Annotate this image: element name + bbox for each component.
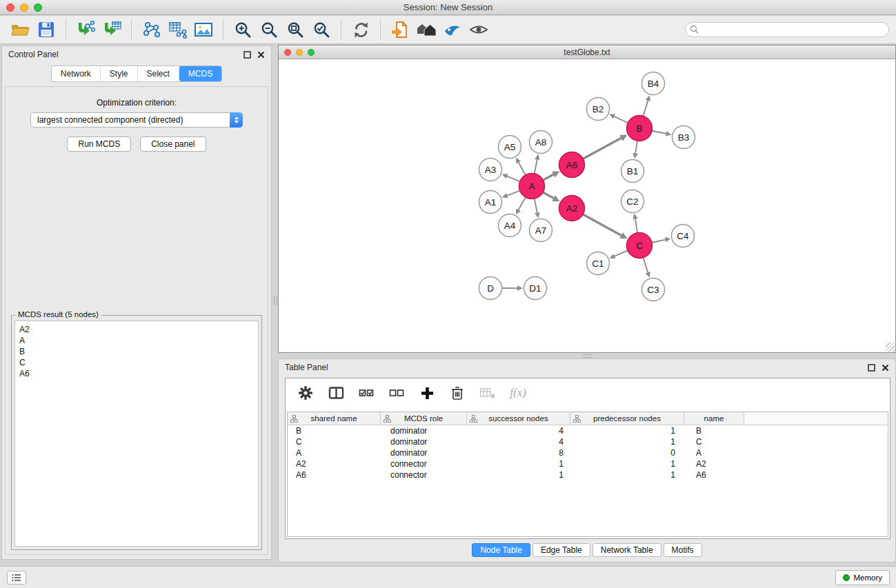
zoom-fit-button[interactable] [282, 18, 308, 41]
close-network-window-button[interactable] [284, 49, 291, 56]
table-row[interactable]: A dominator 8 0 A [288, 447, 888, 458]
cell-name[interactable]: C [684, 437, 744, 447]
table-settings-button[interactable] [294, 382, 317, 404]
toggle-column-view-button[interactable] [324, 382, 348, 404]
tab-node-table[interactable]: Node Table [472, 543, 530, 557]
mcds-result-item[interactable]: A6 [19, 368, 254, 379]
graph-edge-B-B1[interactable] [635, 141, 637, 153]
create-column-button[interactable] [415, 382, 439, 404]
graph-edge-A6-B[interactable] [583, 138, 621, 159]
session-snapshot-button[interactable] [387, 18, 413, 41]
cell-shared-name[interactable]: A2 [288, 459, 381, 469]
cell-shared-name[interactable]: B [288, 426, 381, 436]
function-builder-button[interactable]: f(x) [506, 382, 530, 404]
cell-shared-name[interactable]: C [288, 437, 381, 447]
vertical-splitter-handle[interactable] [274, 296, 277, 305]
column-header-successor-nodes[interactable]: successor nodes [467, 412, 570, 425]
cell-predecessor-nodes[interactable]: 0 [570, 448, 684, 458]
cell-successor-nodes[interactable]: 8 [467, 448, 570, 458]
network-graph[interactable]: B4B2BB3A5A8A6B1A3AC2A1A2A4A7C4CC1C3DD1 [279, 60, 895, 352]
graph-edge-B-B2[interactable] [615, 116, 628, 123]
tab-select[interactable]: Select [138, 66, 179, 81]
export-image-button[interactable] [190, 18, 217, 41]
refresh-layout-button[interactable] [348, 18, 374, 41]
close-panel-icon[interactable] [257, 51, 265, 59]
cell-shared-name[interactable]: A [288, 448, 381, 458]
delete-column-button[interactable] [446, 382, 469, 404]
import-network-button[interactable] [72, 18, 99, 41]
cell-name[interactable]: A6 [684, 470, 744, 480]
zoom-out-button[interactable] [256, 18, 282, 41]
column-header-predecessor-nodes[interactable]: predecessor nodes [570, 412, 684, 425]
birdseye-view-button[interactable] [439, 18, 466, 41]
tab-network[interactable]: Network [52, 66, 101, 81]
cell-mcds-role[interactable]: connector [381, 459, 467, 469]
run-mcds-button[interactable]: Run MCDS [67, 136, 131, 152]
graph-edge-B-B3[interactable] [652, 131, 666, 134]
cell-successor-nodes[interactable]: 1 [467, 470, 570, 480]
delete-table-button[interactable] [476, 382, 499, 404]
float-panel-icon[interactable] [868, 364, 875, 372]
cell-mcds-role[interactable]: dominator [381, 426, 467, 436]
mcds-result-list[interactable]: A2 A B C A6 [14, 321, 259, 547]
window-resize-grip[interactable] [886, 343, 895, 352]
cell-successor-nodes[interactable]: 1 [467, 459, 570, 469]
new-network-button[interactable] [138, 18, 164, 41]
cell-mcds-role[interactable]: dominator [381, 448, 467, 458]
save-session-button[interactable] [33, 18, 59, 41]
cell-shared-name[interactable]: A6 [288, 470, 381, 480]
cell-name[interactable]: A [684, 448, 744, 458]
table-row[interactable]: B dominator 4 1 B [288, 425, 888, 436]
cell-predecessor-nodes[interactable]: 1 [570, 426, 684, 436]
zoom-selected-button[interactable] [308, 18, 335, 41]
float-panel-icon[interactable] [243, 51, 251, 59]
table-row[interactable]: A2 connector 1 1 A2 [288, 458, 888, 469]
tab-network-table[interactable]: Network Table [593, 543, 661, 557]
graph-edge-A-A5[interactable] [519, 163, 526, 175]
close-panel-icon[interactable] [882, 364, 889, 372]
graph-edge-A-A4[interactable] [519, 197, 526, 210]
cell-successor-nodes[interactable]: 4 [467, 437, 570, 447]
minimize-window-button[interactable] [20, 3, 28, 12]
cell-name[interactable]: A2 [684, 459, 744, 469]
graph-edge-C-C1[interactable] [615, 250, 628, 256]
tab-style[interactable]: Style [101, 66, 138, 81]
new-network-table-button[interactable] [164, 18, 190, 41]
zoom-window-button[interactable] [34, 3, 42, 12]
tab-edge-table[interactable]: Edge Table [532, 543, 590, 557]
tab-motifs[interactable]: Motifs [664, 543, 702, 557]
graph-edge-A-A2[interactable] [543, 192, 554, 199]
search-input[interactable] [685, 22, 889, 37]
optimization-criterion-select[interactable]: largest connected component (directed) [30, 112, 243, 128]
open-session-button[interactable] [7, 18, 33, 41]
horizontal-splitter-handle[interactable] [583, 354, 593, 358]
dropdown-stepper[interactable] [230, 112, 243, 128]
graph-edge-A-A3[interactable] [507, 176, 520, 181]
deselect-all-columns-button[interactable] [385, 382, 408, 404]
close-window-button[interactable] [6, 3, 14, 12]
graphics-details-button[interactable] [466, 18, 492, 41]
memory-status-button[interactable]: Memory [835, 570, 890, 585]
cell-name[interactable]: B [684, 426, 744, 436]
table-row[interactable]: C dominator 4 1 C [288, 436, 888, 447]
select-all-columns-button[interactable] [355, 382, 378, 404]
graph-edge-A-A6[interactable] [543, 174, 553, 180]
table-row[interactable]: A6 connector 1 1 A6 [288, 469, 888, 480]
column-header-mcds-role[interactable]: MCDS role [381, 412, 467, 425]
import-table-button[interactable] [99, 18, 125, 41]
cell-mcds-role[interactable]: dominator [381, 437, 467, 447]
network-canvas[interactable]: B4B2BB3A5A8A6B1A3AC2A1A2A4A7C4CC1C3DD1 [279, 60, 895, 352]
mcds-result-item[interactable]: C [19, 357, 254, 368]
cell-predecessor-nodes[interactable]: 1 [570, 437, 684, 447]
graph-edge-A-A7[interactable] [535, 199, 537, 212]
task-history-button[interactable] [7, 571, 26, 585]
column-header-name[interactable]: name [684, 412, 744, 425]
graph-edge-B-B4[interactable] [643, 101, 648, 116]
graph-edge-C-C3[interactable] [644, 258, 648, 273]
zoom-in-button[interactable] [230, 18, 256, 41]
close-panel-button[interactable]: Close panel [140, 136, 206, 152]
tab-mcds[interactable]: MCDS [179, 66, 221, 81]
cell-successor-nodes[interactable]: 4 [467, 426, 570, 436]
cell-mcds-role[interactable]: connector [381, 470, 467, 480]
graph-edge-C-C2[interactable] [635, 219, 637, 233]
